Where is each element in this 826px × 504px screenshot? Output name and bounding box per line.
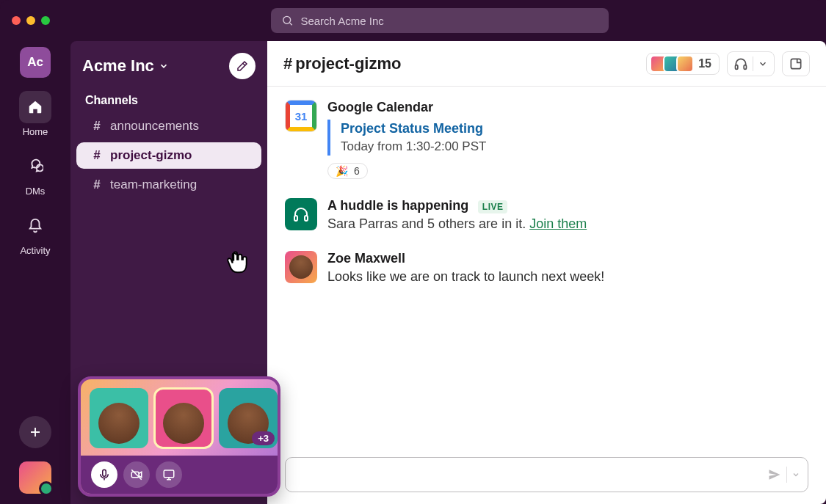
channel-header: #project-gizmo 15 xyxy=(267,41,826,87)
svg-rect-8 xyxy=(164,470,174,478)
svg-rect-15 xyxy=(305,216,308,221)
reaction-count: 6 xyxy=(354,165,360,177)
channel-name: team-marketing xyxy=(110,178,197,192)
huddle-participants-text: Sara Parras and 5 others are in it. xyxy=(327,216,529,231)
huddle-widget[interactable]: +3 xyxy=(78,376,280,497)
message-google-calendar: Google Calendar Project Status Meeting T… xyxy=(285,100,808,179)
workspace-switcher[interactable]: Ac xyxy=(20,47,51,78)
hash-icon: # xyxy=(91,178,103,192)
svg-rect-14 xyxy=(294,216,297,221)
search-bar[interactable] xyxy=(271,8,609,33)
svg-line-7 xyxy=(131,470,142,480)
maximize-window-button[interactable] xyxy=(41,16,50,25)
close-window-button[interactable] xyxy=(12,16,21,25)
rail-item-dms[interactable]: DMs xyxy=(10,150,61,197)
compose-icon xyxy=(236,59,249,73)
plus-icon xyxy=(29,426,42,439)
send-icon xyxy=(767,467,782,482)
message-sender: Zoe Maxwell xyxy=(327,251,808,266)
channel-name: announcements xyxy=(110,119,199,134)
left-rail: Ac Home DMs Activity xyxy=(0,41,70,504)
headphones-icon xyxy=(292,205,310,223)
huddle-participant-tile[interactable]: +3 xyxy=(219,388,278,448)
huddle-icon-avatar xyxy=(285,198,317,230)
svg-point-0 xyxy=(283,16,290,23)
event-title: Project Status Meeting xyxy=(341,121,808,136)
main-panel: #project-gizmo 15 xyxy=(267,41,826,504)
message-list: Google Calendar Project Status Meeting T… xyxy=(267,87,826,457)
bell-icon xyxy=(27,218,43,234)
send-button[interactable] xyxy=(767,467,800,483)
chevron-down-icon xyxy=(791,470,800,479)
microphone-icon xyxy=(98,468,111,481)
channel-project-gizmo[interactable]: # project-gizmo xyxy=(76,142,261,169)
member-avatars xyxy=(650,55,694,73)
canvas-icon xyxy=(789,56,803,71)
svg-rect-13 xyxy=(791,59,800,68)
hash-icon: # xyxy=(91,148,103,163)
svg-line-1 xyxy=(289,23,291,25)
minimize-window-button[interactable] xyxy=(26,16,35,25)
search-input[interactable] xyxy=(300,15,598,27)
huddle-start-button[interactable] xyxy=(727,51,775,76)
svg-rect-11 xyxy=(736,65,738,69)
avatar[interactable] xyxy=(285,251,317,283)
hash-icon: # xyxy=(91,119,103,134)
channel-title: project-gizmo xyxy=(295,54,401,73)
huddle-participant-tile-active[interactable] xyxy=(154,388,213,448)
channel-list: # announcements # project-gizmo # team-m… xyxy=(70,112,267,200)
message-sender: Google Calendar xyxy=(327,100,808,115)
workspace-name: Acme Inc xyxy=(82,56,154,76)
compose-button[interactable] xyxy=(229,53,256,79)
huddle-screenshare-button[interactable] xyxy=(156,461,182,488)
hash-icon: # xyxy=(283,54,292,73)
svg-rect-12 xyxy=(744,65,746,69)
member-count: 15 xyxy=(698,57,711,70)
canvas-button[interactable] xyxy=(782,51,810,76)
add-workspace-button[interactable] xyxy=(19,416,51,448)
rail-label: Home xyxy=(23,126,48,137)
huddle-overflow-badge: +3 xyxy=(252,431,275,445)
huddle-camera-button[interactable] xyxy=(123,461,150,488)
channels-section-label: Channels xyxy=(70,87,267,112)
live-badge: LIVE xyxy=(478,200,508,213)
reaction-emoji: 🎉 xyxy=(336,165,348,177)
avatar xyxy=(676,55,694,73)
sidebar: Acme Inc Channels # announcements # proj… xyxy=(70,41,267,504)
huddle-title: A huddle is happening xyxy=(327,198,468,213)
channel-announcements[interactable]: # announcements xyxy=(76,113,261,139)
calendar-event-card[interactable]: Project Status Meeting Today from 1:30-2… xyxy=(327,120,808,156)
channel-name: project-gizmo xyxy=(110,148,192,163)
chevron-down-icon xyxy=(159,61,169,71)
headphones-icon xyxy=(733,56,748,71)
message-user: Zoe Maxwell Looks like we are on track t… xyxy=(285,251,808,285)
screen-share-icon xyxy=(162,468,175,481)
rail-item-home[interactable]: Home xyxy=(10,91,61,137)
message-huddle-announcement: A huddle is happening LIVE Sara Parras a… xyxy=(285,198,808,232)
rail-label: DMs xyxy=(26,186,46,197)
huddle-mic-button[interactable] xyxy=(91,461,117,488)
search-icon xyxy=(281,14,294,27)
window-controls xyxy=(12,16,50,25)
join-huddle-link[interactable]: Join them xyxy=(529,216,587,231)
titlebar xyxy=(0,0,826,41)
reaction-pill[interactable]: 🎉 6 xyxy=(327,163,368,179)
home-icon xyxy=(27,99,43,115)
cursor-hand-icon xyxy=(223,248,251,276)
member-count-button[interactable]: 15 xyxy=(646,53,720,75)
channel-team-marketing[interactable]: # team-marketing xyxy=(76,172,261,198)
svg-rect-4 xyxy=(103,470,106,476)
camera-off-icon xyxy=(130,468,143,481)
workspace-name-button[interactable]: Acme Inc xyxy=(82,56,169,76)
channel-title-button[interactable]: #project-gizmo xyxy=(283,54,401,73)
message-composer[interactable] xyxy=(285,457,808,492)
google-calendar-icon xyxy=(285,100,317,132)
rail-item-activity[interactable]: Activity xyxy=(10,210,61,256)
message-text: Looks like we are on track to launch nex… xyxy=(327,269,808,285)
self-avatar[interactable] xyxy=(19,461,51,494)
rail-label: Activity xyxy=(20,245,50,256)
app-window: Ac Home DMs Activity xyxy=(0,0,826,504)
dms-icon xyxy=(27,158,43,175)
huddle-participant-tile[interactable] xyxy=(90,388,148,448)
event-time: Today from 1:30-2:00 PST xyxy=(341,139,808,154)
